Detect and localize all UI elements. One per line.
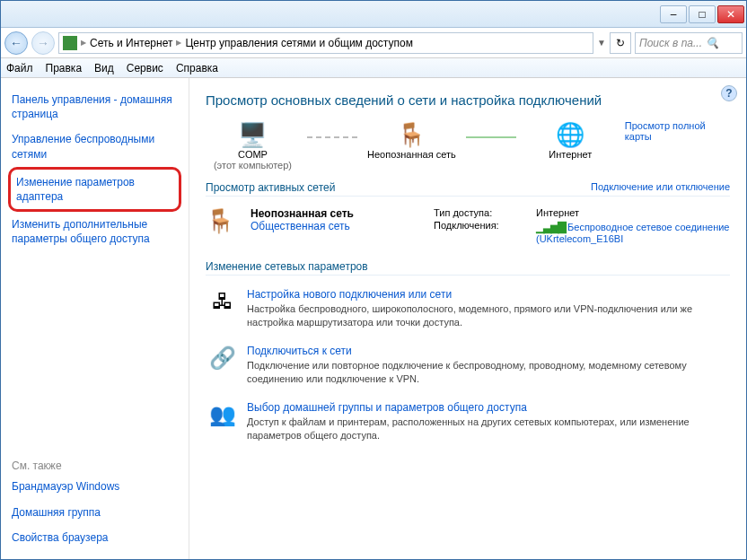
address-bar[interactable]: ▶ Сеть и Интернет ▶ Центр управления сет… [58,32,593,54]
search-icon: 🔍 [706,37,719,49]
option-title[interactable]: Настройка нового подключения или сети [247,288,728,301]
menu-edit[interactable]: Правка [46,62,83,74]
section-active-networks: Просмотр активных сетей Подключение или … [206,181,730,197]
network-type[interactable]: Общественная сеть [250,220,354,232]
bench-icon: 🪑 [206,207,242,236]
sidebar-home[interactable]: Панель управления - домашняя страница [8,87,181,127]
back-button[interactable]: ← [4,31,28,55]
page-title: Просмотр основных сведений о сети и наст… [206,92,730,108]
option-desc: Доступ к файлам и принтерам, расположенн… [247,416,728,443]
node-internet: 🌐 Интернет [523,120,618,160]
menu-bar: Файл Правка Вид Сервис Справка [1,58,746,78]
sidebar-firewall[interactable]: Брандмауэр Windows [8,474,181,499]
option-new-connection: 🖧 Настройка нового подключения или сети … [206,281,730,337]
network-map: 🖥️ COMP (этот компьютер) 🪑 Неопознанная … [206,120,730,171]
option-title[interactable]: Выбор домашней группы и параметров общег… [247,401,728,414]
body: Панель управления - домашняя страница Уп… [1,78,746,559]
signal-icon: ▁▃▅▇ [536,220,565,233]
network-name: Неопознанная сеть [250,207,354,220]
forward-button[interactable]: → [31,31,55,55]
new-connection-icon: 🖧 [207,288,238,315]
menu-help[interactable]: Справка [176,62,218,74]
maximize-button[interactable]: □ [689,5,716,23]
node-label: Неопознанная сеть [367,149,456,160]
connect-disconnect-link[interactable]: Подключение или отключение [591,181,730,194]
option-connect-network: 🔗 Подключиться к сети Подключение или по… [206,337,730,394]
option-desc: Настройка беспроводного, широкополосного… [247,302,728,330]
option-desc: Подключение или повторное подключение к … [247,359,728,387]
connection-line [466,136,516,138]
node-label: Интернет [549,149,592,160]
dropdown-icon[interactable]: ▼ [597,38,606,48]
computer-icon: 🖥️ [234,120,270,149]
sidebar-sharing[interactable]: Изменить дополнительные параметры общего… [8,212,181,251]
breadcrumb[interactable]: Центр управления сетями и общим доступом [185,37,413,49]
search-placeholder: Поиск в па... [639,37,702,49]
label-connections: Подключения: [434,220,532,244]
control-panel-icon [63,36,77,50]
window: – □ ✕ ← → ▶ Сеть и Интернет ▶ Центр упра… [0,0,747,560]
sidebar-homegroup[interactable]: Домашняя группа [8,500,181,525]
chevron-right-icon: ▶ [81,39,86,47]
titlebar: – □ ✕ [1,1,746,28]
sidebar-wireless[interactable]: Управление беспроводными сетями [8,127,181,166]
sidebar: Панель управления - домашняя страница Уп… [1,78,189,559]
node-label: COMP [238,149,268,160]
globe-icon: 🌐 [552,120,588,149]
menu-file[interactable]: Файл [6,62,33,74]
connection-link[interactable]: ▁▃▅▇ Беспроводное сетевое соединение (UK… [536,220,730,244]
node-sublabel: (этот компьютер) [214,160,292,171]
node-network: 🪑 Неопознанная сеть [365,120,459,160]
sidebar-adapter-settings[interactable]: Изменение параметров адаптера [8,167,181,212]
sidebar-browser[interactable]: Свойства браузера [8,525,181,550]
navigation-bar: ← → ▶ Сеть и Интернет ▶ Центр управления… [1,28,746,58]
sidebar-seealso-heading: См. также [8,454,181,474]
search-input[interactable]: Поиск в па... 🔍 [635,32,743,54]
node-computer: 🖥️ COMP (этот компьютер) [206,120,300,171]
connect-icon: 🔗 [207,345,238,372]
option-title[interactable]: Подключиться к сети [247,345,728,357]
close-button[interactable]: ✕ [717,5,744,23]
value-access-type: Интернет [536,207,730,218]
option-homegroup: 👥 Выбор домашней группы и параметров общ… [206,394,730,451]
chevron-right-icon: ▶ [176,39,181,47]
connection-line [307,136,357,138]
minimize-button[interactable]: – [660,5,687,23]
menu-view[interactable]: Вид [94,62,114,74]
active-network: 🪑 Неопознанная сеть Общественная сеть Ти… [206,202,730,253]
homegroup-icon: 👥 [207,401,238,428]
label-access-type: Тип доступа: [434,207,532,218]
bench-icon: 🪑 [393,120,429,149]
menu-service[interactable]: Сервис [127,62,163,74]
refresh-button[interactable]: ↻ [610,32,631,54]
help-icon[interactable]: ? [721,85,737,101]
full-map-link[interactable]: Просмотр полной карты [625,120,730,142]
content: ? Просмотр основных сведений о сети и на… [189,78,746,559]
section-change-settings: Изменение сетевых параметров [206,260,730,276]
breadcrumb[interactable]: Сеть и Интернет [90,37,172,49]
